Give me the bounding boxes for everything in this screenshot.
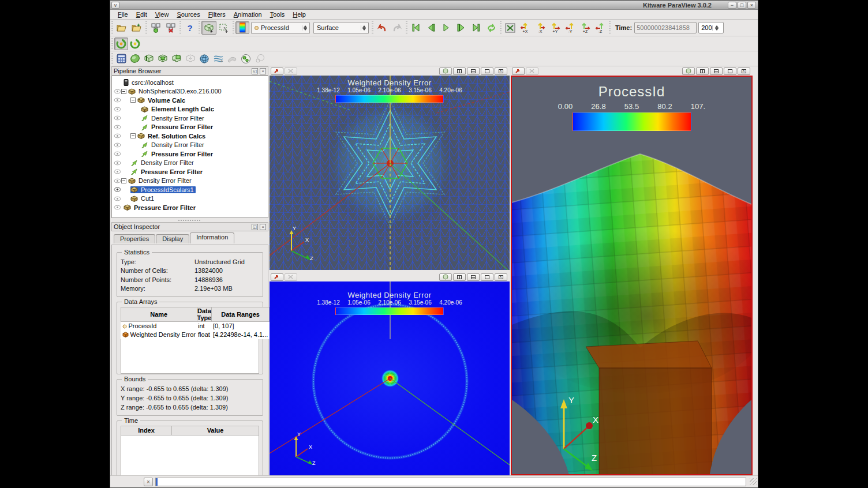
camera-plus-y-button[interactable]: +Y: [548, 21, 563, 35]
pipeline-item-cut1[interactable]: Cut1: [112, 194, 268, 204]
reset-camera-button[interactable]: [503, 21, 518, 35]
interaction-mode-icon[interactable]: [271, 273, 283, 281]
menu-sources[interactable]: Sources: [173, 10, 204, 18]
close-view-icon[interactable]: [495, 67, 507, 75]
expander-icon[interactable]: [130, 133, 136, 138]
camera-plus-z-button[interactable]: +Z: [578, 21, 593, 35]
selection-mode-icon[interactable]: [526, 67, 538, 75]
visibility-eye-icon[interactable]: [113, 125, 121, 130]
menu-tools[interactable]: Tools: [266, 10, 289, 18]
save-data-button[interactable]: [129, 21, 144, 35]
maximize-view-icon[interactable]: [481, 67, 493, 75]
close-panel-icon[interactable]: ×: [260, 68, 266, 74]
help-button[interactable]: ?: [182, 21, 197, 35]
pipeline-item-pressure-error-filter-2[interactable]: Pressure Error Filter: [112, 203, 268, 212]
visibility-eye-icon[interactable]: [113, 107, 121, 112]
camera-minus-z-button[interactable]: -Z: [593, 21, 608, 35]
extract-subset-icon[interactable]: [170, 52, 184, 65]
pipeline-item-volume-calc[interactable]: Volume Calc: [112, 96, 268, 105]
menu-file[interactable]: File: [114, 10, 132, 18]
visibility-eye-icon[interactable]: [113, 89, 121, 94]
column-header[interactable]: Value: [172, 426, 259, 435]
camera-minus-x-button[interactable]: -X: [533, 21, 548, 35]
color-map-editor-button[interactable]: [235, 21, 249, 34]
last-frame-button[interactable]: [469, 21, 484, 35]
column-header[interactable]: Data Ranges: [212, 307, 269, 322]
pipeline-item-ref-solution-calcs[interactable]: Ref. Solution Calcs: [112, 132, 268, 141]
camera-plus-x-button[interactable]: +X: [518, 21, 533, 35]
menu-view[interactable]: View: [151, 10, 173, 18]
pipeline-item-density-error-filter-2[interactable]: Density Error Filter: [112, 177, 268, 186]
tab-display[interactable]: Display: [156, 234, 189, 243]
disconnect-server-button[interactable]: [163, 21, 178, 35]
lookmark-icon[interactable]: [682, 67, 695, 75]
pipeline-item-density-error-filter[interactable]: Density Error Filter: [112, 159, 268, 168]
column-header[interactable]: Name: [121, 307, 197, 322]
float-panel-icon[interactable]: ◱: [252, 68, 258, 74]
expander-icon[interactable]: [121, 178, 126, 183]
selection-mode-icon[interactable]: [285, 67, 297, 75]
expander-icon[interactable]: [130, 97, 136, 103]
visibility-eye-icon[interactable]: [113, 115, 121, 121]
menu-edit[interactable]: Edit: [132, 10, 151, 18]
pipeline-item-pressure-error-filter[interactable]: Pressure Error Filter: [112, 123, 268, 132]
tab-information[interactable]: Information: [190, 232, 234, 243]
maximize-view-icon[interactable]: [724, 67, 736, 75]
close-view-icon[interactable]: [738, 67, 750, 75]
glyph-icon[interactable]: [184, 52, 197, 65]
table-row[interactable]: Weighted Density Error float [4.22498e-1…: [121, 331, 270, 339]
slice-icon[interactable]: [142, 52, 156, 65]
tab-properties[interactable]: Properties: [114, 234, 155, 243]
group-datasets-icon[interactable]: [239, 52, 253, 65]
threshold-icon[interactable]: [156, 52, 170, 65]
table-row[interactable]: ProcessId int [0, 107]: [121, 322, 270, 331]
visibility-eye-icon[interactable]: [113, 196, 121, 201]
pipeline-item-density-error-filter[interactable]: Density Error Filter: [112, 114, 268, 123]
next-frame-button[interactable]: [454, 21, 469, 35]
calculator-icon[interactable]: [114, 52, 128, 65]
visibility-eye-icon[interactable]: [113, 151, 121, 156]
visibility-eye-icon[interactable]: [113, 160, 121, 166]
menu-animation[interactable]: Animation: [230, 10, 266, 18]
previous-frame-button[interactable]: [424, 21, 439, 35]
clip-icon[interactable]: [128, 52, 142, 65]
maximize-view-icon[interactable]: [481, 273, 493, 281]
interaction-mode-icon[interactable]: [512, 67, 525, 75]
pipeline-item-pressure-error-filter[interactable]: Pressure Error Filter: [112, 167, 268, 177]
titlebar[interactable]: v Kitware ParaView 3.0.2 − □ ×: [110, 1, 758, 10]
frame-index-spinbox[interactable]: 200: [698, 22, 724, 33]
contour-icon[interactable]: [197, 52, 211, 65]
auto-accept-button[interactable]: [114, 37, 128, 50]
first-frame-button[interactable]: [409, 21, 424, 35]
lookmark-icon[interactable]: [439, 67, 452, 75]
connect-server-button[interactable]: [148, 21, 163, 35]
accept-button[interactable]: [128, 37, 142, 50]
pipeline-item-server[interactable]: csrc://localhost: [112, 78, 268, 87]
selection-mode-icon[interactable]: [285, 273, 297, 281]
render-viewport-slice[interactable]: Y X Z Weighted Density Error 1.38e-12 1.…: [270, 281, 510, 475]
column-header[interactable]: Index: [121, 426, 172, 435]
split-horizontal-icon[interactable]: [696, 67, 709, 75]
split-vertical-icon[interactable]: [467, 67, 480, 75]
close-panel-icon[interactable]: ×: [260, 224, 266, 230]
minimize-button[interactable]: −: [728, 2, 736, 9]
pipeline-item-density-error-filter[interactable]: Density Error Filter: [112, 141, 268, 150]
expander-icon[interactable]: [121, 89, 126, 94]
render-viewport-processid[interactable]: Y X Z ProcessId 0.00 26.8 53.5 80.2 107.: [511, 76, 753, 475]
dock-splitter[interactable]: [111, 218, 268, 222]
object-inspector-header[interactable]: Object Inspector ◱ ×: [111, 222, 268, 231]
play-button[interactable]: [439, 21, 454, 35]
interaction-mode-icon[interactable]: [271, 67, 283, 75]
color-by-combo[interactable]: ProcessId: [251, 22, 310, 34]
pipeline-item-reader[interactable]: NohSpherical3D.exo.216.000: [112, 87, 268, 96]
abort-progress-button[interactable]: ×: [144, 478, 153, 486]
visibility-eye-icon[interactable]: [113, 142, 121, 148]
pipeline-item-pressure-error-filter[interactable]: Pressure Error Filter: [112, 149, 268, 159]
visibility-eye-icon[interactable]: [113, 133, 121, 138]
visibility-eye-icon[interactable]: [113, 178, 121, 183]
representation-combo[interactable]: Surface: [313, 22, 369, 34]
float-panel-icon[interactable]: ◱: [252, 224, 258, 230]
visibility-eye-icon[interactable]: [113, 187, 121, 192]
lookmark-icon[interactable]: [439, 273, 452, 281]
close-view-icon[interactable]: [495, 273, 507, 281]
